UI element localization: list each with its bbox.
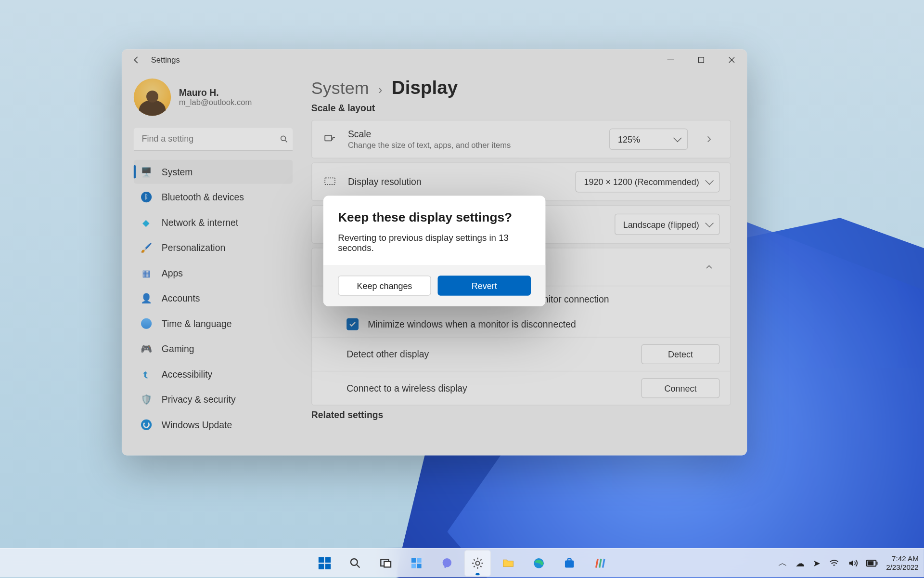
keep-settings-dialog: Keep these display settings? Reverting t…: [323, 196, 546, 306]
minimize-checkbox[interactable]: [346, 318, 359, 330]
update-icon: [141, 419, 153, 431]
onedrive-icon[interactable]: ☁: [796, 558, 805, 568]
battery-icon[interactable]: [866, 559, 878, 567]
avatar: [134, 79, 171, 116]
svg-rect-13: [411, 564, 415, 568]
wifi-icon: ◆: [141, 216, 153, 228]
keep-changes-button[interactable]: Keep changes: [338, 276, 431, 295]
svg-rect-0: [698, 57, 704, 63]
scale-card: Scale Change the size of text, apps, and…: [311, 120, 731, 158]
tray-chevron-icon[interactable]: ︿: [778, 557, 787, 569]
resolution-combo[interactable]: 924 × 578 (Recommended): [575, 171, 719, 192]
chevron-up-icon: [705, 263, 713, 271]
taskbar-settings-button[interactable]: [464, 550, 490, 576]
minimize-button[interactable]: [655, 49, 686, 70]
store-icon: [563, 556, 576, 570]
taskview-icon: [379, 556, 392, 570]
person-icon: 👤: [141, 292, 153, 304]
display-icon: 🖥️: [141, 166, 153, 178]
close-button[interactable]: [717, 49, 747, 70]
nav-item-update[interactable]: Windows Update: [134, 413, 293, 437]
maximize-button[interactable]: [686, 49, 717, 70]
stripes-icon: [593, 556, 606, 570]
user-name: Mauro H.: [179, 87, 252, 98]
scale-expand-button[interactable]: [698, 129, 719, 150]
explorer-button[interactable]: [495, 550, 521, 576]
minimize-row[interactable]: Minimize windows when a monitor is disco…: [312, 312, 730, 337]
minimize-icon: [667, 56, 674, 63]
search-icon[interactable]: [280, 134, 289, 144]
store-button[interactable]: [556, 550, 582, 576]
maximize-icon: [698, 56, 705, 63]
edge-button[interactable]: [525, 550, 552, 576]
orientation-combo[interactable]: Landscape (flipped): [615, 214, 720, 235]
svg-rect-19: [567, 558, 571, 561]
globe-icon: [141, 317, 153, 329]
nav-label: Accounts: [162, 293, 200, 303]
svg-rect-3: [325, 178, 335, 184]
nav-item-time[interactable]: Time & language: [134, 312, 293, 336]
clock[interactable]: 7:42 AM 2/23/2022: [886, 554, 919, 572]
volume-icon[interactable]: [847, 558, 858, 568]
detect-label: Detect other display: [346, 349, 429, 359]
revert-button[interactable]: Revert: [437, 276, 531, 295]
wifi-tray-icon[interactable]: [829, 558, 839, 568]
accessibility-icon: ⮬: [141, 368, 153, 380]
connect-row: Connect to a wireless display Connect: [312, 371, 730, 405]
scale-combo[interactable]: 125%: [609, 129, 688, 150]
svg-point-15: [442, 558, 451, 566]
nav-label: Time & language: [162, 318, 232, 329]
dialog-message: Reverting to previous display settings i…: [338, 233, 531, 253]
nav-item-system[interactable]: 🖥️System: [134, 160, 293, 184]
task-view-button[interactable]: [372, 550, 398, 576]
bluetooth-icon: ᛒ: [141, 191, 153, 203]
start-button[interactable]: [311, 550, 337, 576]
collapse-button[interactable]: [698, 256, 719, 277]
svg-rect-21: [868, 561, 873, 565]
svg-point-16: [475, 561, 479, 565]
nav-item-gaming[interactable]: 🎮Gaming: [134, 337, 293, 361]
nav-item-accounts[interactable]: 👤Accounts: [134, 286, 293, 310]
scale-sub: Change the size of text, apps, and other…: [348, 141, 599, 150]
widgets-icon: [410, 556, 423, 570]
svg-rect-5: [325, 557, 330, 562]
svg-rect-12: [417, 558, 421, 562]
scale-title: Scale: [348, 129, 599, 139]
nav-item-apps[interactable]: ▦Apps: [134, 261, 293, 285]
connect-label: Connect to a wireless display: [346, 383, 467, 394]
user-account-row[interactable]: Mauro H. m_lab@outlook.com: [134, 71, 293, 128]
minimize-label: Minimize windows when a monitor is disco…: [368, 319, 576, 329]
titlebar: Settings: [122, 49, 747, 70]
connect-button[interactable]: Connect: [641, 378, 719, 398]
location-icon[interactable]: ➤: [813, 558, 821, 568]
nav-item-privacy[interactable]: 🛡️Privacy & security: [134, 387, 293, 411]
svg-rect-2: [325, 135, 332, 141]
app-button[interactable]: [586, 550, 613, 576]
chat-button[interactable]: [434, 550, 460, 576]
svg-rect-7: [325, 564, 330, 569]
widgets-button[interactable]: [403, 550, 429, 576]
chevron-right-icon: [705, 135, 713, 144]
nav-item-network[interactable]: ◆Network & internet: [134, 210, 293, 235]
detect-button[interactable]: Detect: [641, 344, 719, 364]
nav-list: 🖥️System ᛒBluetooth & devices ◆Network &…: [134, 160, 293, 437]
nav-label: Privacy & security: [162, 394, 236, 405]
clock-date: 2/23/2022: [886, 563, 919, 572]
nav-item-bluetooth[interactable]: ᛒBluetooth & devices: [134, 185, 293, 209]
svg-rect-22: [876, 562, 877, 565]
folder-icon: [501, 556, 514, 570]
svg-point-8: [350, 558, 357, 565]
breadcrumb: System › Display: [311, 77, 731, 98]
windows-icon: [317, 555, 332, 570]
chat-icon: [440, 556, 453, 570]
svg-point-1: [281, 136, 286, 141]
nav-item-personalization[interactable]: 🖌️Personalization: [134, 236, 293, 260]
search-input[interactable]: [134, 128, 293, 150]
taskbar-search-button[interactable]: [342, 550, 368, 576]
svg-rect-4: [318, 557, 323, 562]
edge-icon: [532, 556, 545, 570]
breadcrumb-parent[interactable]: System: [311, 78, 369, 99]
back-button[interactable]: [122, 49, 151, 70]
nav-label: Gaming: [162, 343, 194, 354]
nav-item-accessibility[interactable]: ⮬Accessibility: [134, 362, 293, 386]
